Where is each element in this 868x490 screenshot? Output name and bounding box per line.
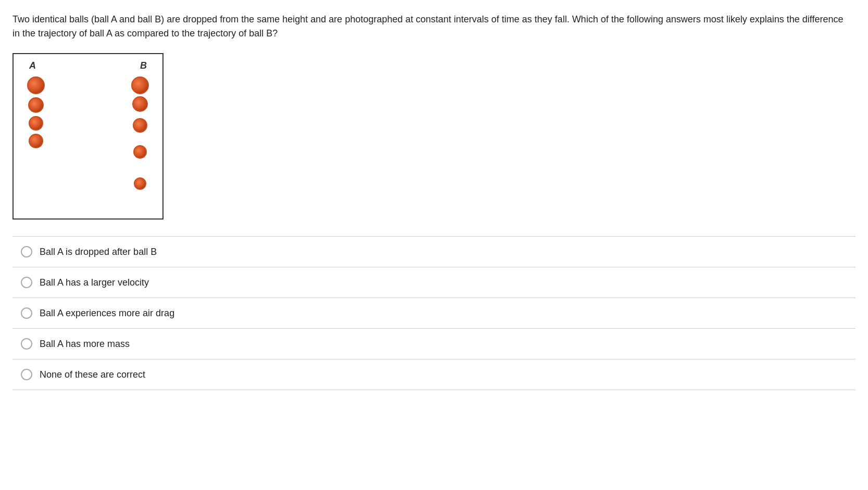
diagram-labels: A B: [20, 60, 156, 75]
answer-option-1[interactable]: Ball A is dropped after ball B: [12, 237, 856, 267]
ball-b-4: [133, 145, 147, 159]
ball-a-2: [28, 97, 44, 113]
label-b: B: [140, 60, 147, 71]
question-text: Two identical balls (ball A and ball B) …: [12, 12, 846, 41]
answer-option-3[interactable]: Ball A experiences more air drag: [12, 298, 856, 329]
radio-2: [21, 277, 32, 288]
answer-text-3: Ball A experiences more air drag: [40, 308, 174, 319]
answer-text-1: Ball A is dropped after ball B: [40, 247, 157, 257]
answer-option-4[interactable]: Ball A has more mass: [12, 329, 856, 359]
answer-option-5[interactable]: None of these are correct: [12, 359, 856, 390]
answer-option-2[interactable]: Ball A has a larger velocity: [12, 267, 856, 298]
ball-column-a: [27, 75, 45, 190]
ball-a-4: [29, 134, 43, 148]
answer-text-4: Ball A has more mass: [40, 339, 130, 350]
ball-b-3: [133, 118, 147, 133]
diagram: A B: [12, 53, 163, 220]
ball-b-5: [134, 177, 146, 190]
ball-a-3: [29, 116, 43, 131]
answers-section: Ball A is dropped after ball BBall A has…: [12, 236, 856, 390]
radio-3: [21, 307, 32, 319]
radio-1: [21, 246, 32, 257]
radio-4: [21, 338, 32, 350]
ball-column-b: [131, 75, 149, 190]
ball-a-1: [27, 76, 45, 94]
label-a: A: [29, 60, 36, 71]
radio-5: [21, 369, 32, 380]
ball-b-1: [131, 76, 149, 94]
ball-b-2: [132, 96, 148, 112]
answer-text-5: None of these are correct: [40, 369, 145, 380]
answer-text-2: Ball A has a larger velocity: [40, 277, 149, 288]
balls-area: [20, 75, 156, 190]
